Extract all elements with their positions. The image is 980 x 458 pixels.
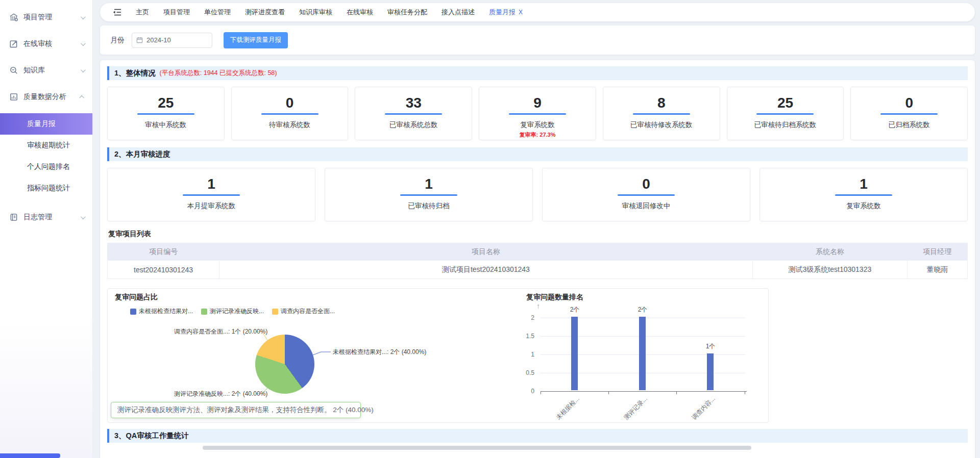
stat-card-re-review: 9 复审系统数 复审率: 27.3% xyxy=(479,87,596,140)
sidebar-item-project-management[interactable]: 项目管理 xyxy=(0,7,92,28)
horizontal-scrollbar-thumb[interactable] xyxy=(203,446,751,450)
sidebar-subitem-review-overdue-stats[interactable]: 审核超期统计 xyxy=(0,135,92,156)
stat-label: 审核中系统数 xyxy=(108,120,224,130)
tab-close-icon[interactable]: X xyxy=(519,9,523,16)
filter-bar: 月份 2024-10 下载测评质量月报 xyxy=(100,26,975,55)
pie-chart-title: 复审问题占比 xyxy=(115,293,158,302)
stat-label: 复审系统数 xyxy=(760,201,967,211)
bar-evaluation-record[interactable] xyxy=(639,317,646,390)
tab-home[interactable]: 主页 xyxy=(136,8,149,17)
sidebar-item-online-review[interactable]: 在线审核 xyxy=(0,34,92,54)
bar-survey-content[interactable] xyxy=(707,353,714,390)
sidebar-item-knowledge-base[interactable]: 知识库 xyxy=(0,60,92,81)
bar-chart-title: 复审问题数量排名 xyxy=(526,293,583,302)
sidebar-scrollbar-thumb[interactable] xyxy=(0,453,60,458)
stat-underline xyxy=(400,194,457,196)
chevron-down-icon xyxy=(81,214,86,219)
pie-label-evaluation-record: 测评记录准确反映...: 2个 (40.00%) xyxy=(174,390,255,398)
sidebar-subitem-label: 审核超期统计 xyxy=(27,141,70,150)
tab-access-point-description[interactable]: 接入点描述 xyxy=(442,8,475,17)
main-area: 主页 项目管理 单位管理 测评进度查看 知识库审核 在线审核 审核任务分配 接入… xyxy=(93,0,980,458)
sidebar-subitem-label: 质量月报 xyxy=(27,119,56,129)
stat-underline xyxy=(633,113,690,115)
sidebar-subitem-personal-issue-ranking[interactable]: 个人问题排名 xyxy=(0,156,92,177)
tab-review-task-assignment[interactable]: 审核任务分配 xyxy=(387,8,427,17)
stat-label: 本月提审系统数 xyxy=(108,201,315,211)
table-row: test202410301243 测试项目test202410301243 测试… xyxy=(108,261,968,279)
sidebar: 项目管理 在线审核 知识库 质量数据分析 质量月报 审核超期统计 个人问题排名 xyxy=(0,0,93,458)
log-book-icon xyxy=(9,213,18,222)
chevron-down-icon xyxy=(81,67,86,72)
month-label: 月份 xyxy=(110,36,125,45)
section1-note: (平台系统总数: 1944 已提交系统总数: 58) xyxy=(160,69,277,78)
legend-item[interactable]: 测评记录准确反映... xyxy=(201,307,264,316)
section3-title: 3、QA审核工作量统计 xyxy=(114,431,189,441)
legend-swatch xyxy=(130,309,136,315)
col-project-id: 项目编号 xyxy=(108,243,219,261)
tab-project-management[interactable]: 项目管理 xyxy=(163,8,190,17)
bar-value-label: 1个 xyxy=(700,342,721,351)
bar-value-label: 2个 xyxy=(565,306,585,314)
section2-title: 2、本月审核进度 xyxy=(114,149,170,159)
collapse-menu-icon[interactable] xyxy=(112,8,121,16)
stat-value: 1 xyxy=(325,176,532,192)
stat-underline xyxy=(835,194,892,196)
sidebar-item-label: 日志管理 xyxy=(23,213,52,222)
stat-card-re-review-systems: 1 复审系统数 xyxy=(760,168,968,221)
stat-card-to-modify: 8 已审核待修改系统数 xyxy=(603,87,720,140)
download-report-button[interactable]: 下载测评质量月报 xyxy=(224,32,288,48)
tab-unit-management[interactable]: 单位管理 xyxy=(204,8,231,17)
monthly-progress-cards-row: 1 本月提审系统数 1 已审核待归档 0 审核退回修改中 1 复 xyxy=(107,168,968,221)
x-axis-tick xyxy=(608,392,609,394)
sidebar-subitem-quality-monthly-report[interactable]: 质量月报 xyxy=(0,113,92,135)
bar-not-based-on-check[interactable] xyxy=(571,317,578,390)
edit-icon xyxy=(9,39,18,48)
stat-underline xyxy=(880,113,938,115)
legend-item[interactable]: 调查内容是否全面... xyxy=(272,307,335,316)
month-picker-input[interactable]: 2024-10 xyxy=(132,33,212,48)
stat-underline xyxy=(756,113,814,115)
sidebar-subitem-label: 指标问题统计 xyxy=(27,184,70,193)
quality-monthly-report-page: 项目管理 在线审核 知识库 质量数据分析 质量月报 审核超期统计 个人问题排名 xyxy=(0,0,980,458)
search-icon xyxy=(9,66,18,75)
cell-project-id: test202410301243 xyxy=(108,261,219,279)
stat-underline xyxy=(137,113,194,115)
sidebar-item-log-management[interactable]: 日志管理 xyxy=(0,207,92,227)
y-axis-arrow-icon: ↑ xyxy=(536,302,540,310)
legend-item[interactable]: 未根据检查结果对... xyxy=(130,307,193,316)
stat-underline xyxy=(509,113,566,115)
sidebar-item-quality-data-analysis[interactable]: 质量数据分析 xyxy=(0,87,92,107)
tab-evaluation-progress[interactable]: 测评进度查看 xyxy=(245,8,285,17)
pie-chart[interactable] xyxy=(255,335,314,394)
x-axis-tick xyxy=(541,392,541,394)
tab-online-review[interactable]: 在线审核 xyxy=(347,8,373,17)
re-review-rate: 复审率: 27.3% xyxy=(479,131,596,139)
sidebar-subitem-indicator-issue-stats[interactable]: 指标问题统计 xyxy=(0,177,92,199)
stat-underline xyxy=(385,113,442,115)
stat-value: 0 xyxy=(851,95,967,111)
sidebar-subitem-label: 个人问题排名 xyxy=(27,162,70,171)
sidebar-item-label: 项目管理 xyxy=(23,13,52,22)
tab-knowledge-review[interactable]: 知识库审核 xyxy=(299,8,332,17)
top-tab-bar: 主页 项目管理 单位管理 测评进度查看 知识库审核 在线审核 审核任务分配 接入… xyxy=(100,3,975,21)
legend-label: 未根据检查结果对... xyxy=(139,307,193,316)
stat-card-submitted-this-month: 1 本月提审系统数 xyxy=(107,168,315,221)
stat-label: 待审核系统数 xyxy=(232,120,348,130)
chevron-down-icon xyxy=(81,41,86,46)
x-axis-line xyxy=(541,391,747,392)
bar-value-label: 2个 xyxy=(632,306,653,314)
stat-label: 复审系统数 xyxy=(479,120,596,130)
stat-card-to-archive: 25 已审核待归档系统数 xyxy=(727,87,844,140)
pie-label-survey-content: 调查内容是否全面...: 1个 (20.00%) xyxy=(174,327,255,336)
section1-header: 1、整体情况 (平台系统总数: 1944 已提交系统总数: 58) xyxy=(107,66,968,80)
sidebar-item-label: 质量数据分析 xyxy=(23,92,66,101)
pie-label-not-based-on-check: 未根据检查结果对...: 2个 (40.00%) xyxy=(333,348,426,357)
cell-system-name: 测试3级系统test10301323 xyxy=(752,261,907,279)
re-review-charts-panel: 复审问题占比 未根据检查结果对... 测评记录准确反映... 调查内容是否全面.… xyxy=(107,288,769,423)
stat-card-returned-for-modification: 0 审核退回修改中 xyxy=(542,168,750,221)
tab-quality-monthly-report-active[interactable]: 质量月报X xyxy=(489,8,523,17)
y-tick-label: 0 xyxy=(514,388,534,395)
stat-value: 0 xyxy=(543,176,750,192)
pie-legend: 未根据检查结果对... 测评记录准确反映... 调查内容是否全面... xyxy=(130,307,335,316)
section2-header: 2、本月审核进度 xyxy=(107,147,968,161)
